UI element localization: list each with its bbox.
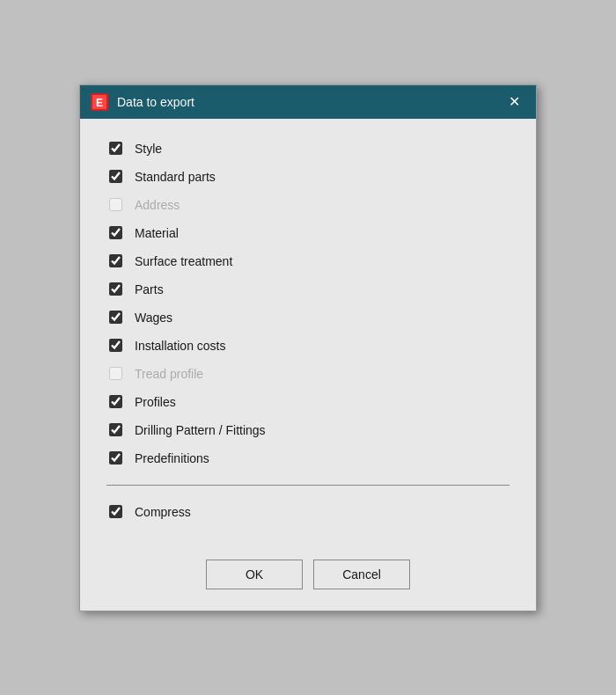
- close-button[interactable]: ✕: [502, 91, 525, 113]
- checkbox-surface_treatment[interactable]: [109, 254, 122, 267]
- compress-label[interactable]: Compress: [135, 505, 191, 519]
- checkbox-profiles[interactable]: [109, 395, 122, 408]
- checkbox-style[interactable]: [109, 142, 122, 155]
- checkbox-wrap-standard_parts[interactable]: [106, 168, 124, 186]
- checkbox-wrap-style[interactable]: [106, 140, 124, 157]
- title-bar: E Data to export ✕: [80, 85, 536, 119]
- checkbox-item-profiles: Profiles: [106, 390, 510, 414]
- divider: [106, 485, 510, 486]
- checkbox-wrap-wages[interactable]: [106, 309, 124, 326]
- checkbox-item-standard_parts: Standard parts: [106, 165, 510, 189]
- compress-checkbox-wrap[interactable]: [106, 503, 124, 521]
- checkbox-parts[interactable]: [109, 282, 122, 296]
- checkbox-label-drilling_pattern[interactable]: Drilling Pattern / Fittings: [135, 423, 266, 437]
- checkbox-label-profiles[interactable]: Profiles: [135, 395, 176, 409]
- checkbox-wrap-profiles[interactable]: [106, 393, 124, 411]
- dialog-footer: OK Cancel: [80, 545, 536, 611]
- checkbox-item-predefinitions: Predefinitions: [106, 446, 510, 471]
- checkbox-predefinitions[interactable]: [109, 451, 122, 465]
- checkbox-wrap-parts[interactable]: [106, 281, 124, 298]
- checkbox-item-parts: Parts: [106, 277, 510, 302]
- checkbox-item-wages: Wages: [106, 305, 510, 330]
- checkbox-label-tread_profile: Tread profile: [135, 367, 203, 381]
- checkbox-item-style: Style: [106, 136, 510, 161]
- checkbox-wrap-predefinitions[interactable]: [106, 450, 124, 467]
- checkbox-wages[interactable]: [109, 311, 122, 324]
- dialog-title: Data to export: [117, 95, 494, 109]
- checkbox-item-surface_treatment: Surface treatment: [106, 249, 510, 274]
- checkbox-tread_profile: [109, 367, 122, 380]
- compress-checkbox[interactable]: [109, 505, 122, 518]
- checkbox-wrap-installation_costs[interactable]: [106, 337, 124, 355]
- checkbox-item-drilling_pattern: Drilling Pattern / Fittings: [106, 418, 510, 443]
- checkbox-wrap-material[interactable]: [106, 224, 124, 242]
- data-to-export-dialog: E Data to export ✕ StyleStandard partsAd…: [79, 84, 537, 611]
- ok-button[interactable]: OK: [206, 560, 303, 589]
- checkbox-label-standard_parts[interactable]: Standard parts: [135, 170, 216, 184]
- checkbox-installation_costs[interactable]: [109, 339, 122, 352]
- checkbox-item-installation_costs: Installation costs: [106, 333, 510, 358]
- checkbox-item-material: Material: [106, 221, 510, 245]
- checkbox-drilling_pattern[interactable]: [109, 423, 122, 436]
- checkbox-item-tread_profile: Tread profile: [106, 362, 510, 386]
- svg-text:E: E: [96, 97, 103, 109]
- checkbox-label-style[interactable]: Style: [135, 142, 162, 156]
- checkbox-label-installation_costs[interactable]: Installation costs: [135, 339, 226, 353]
- checkbox-wrap-tread_profile[interactable]: [106, 365, 124, 383]
- checkbox-label-surface_treatment[interactable]: Surface treatment: [135, 254, 232, 268]
- checkbox-label-material[interactable]: Material: [135, 226, 179, 240]
- checkbox-label-wages[interactable]: Wages: [135, 311, 172, 325]
- checkbox-label-address: Address: [135, 198, 180, 212]
- checkbox-standard_parts[interactable]: [109, 170, 122, 183]
- checkbox-wrap-drilling_pattern[interactable]: [106, 421, 124, 439]
- checkbox-address: [109, 198, 122, 211]
- checkbox-wrap-surface_treatment[interactable]: [106, 252, 124, 270]
- checkbox-label-predefinitions[interactable]: Predefinitions: [135, 451, 209, 465]
- dialog-body: StyleStandard partsAddressMaterialSurfac…: [80, 119, 536, 545]
- checkbox-wrap-address[interactable]: [106, 196, 124, 214]
- dialog-icon: E: [91, 93, 108, 111]
- checkboxes-list: StyleStandard partsAddressMaterialSurfac…: [106, 136, 510, 471]
- checkbox-material[interactable]: [109, 226, 122, 239]
- checkbox-label-parts[interactable]: Parts: [135, 282, 164, 296]
- compress-item: Compress: [106, 500, 510, 524]
- cancel-button[interactable]: Cancel: [313, 560, 410, 589]
- checkbox-item-address: Address: [106, 193, 510, 217]
